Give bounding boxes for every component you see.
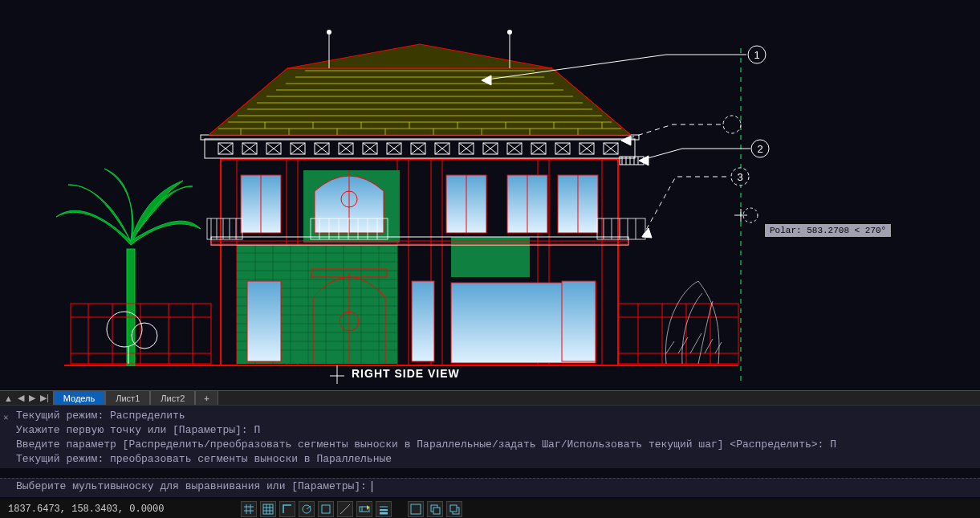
palm-tree [56, 169, 201, 365]
tab-first-icon[interactable]: ▲ [2, 394, 15, 403]
left-fence [71, 304, 211, 364]
status-bar: 1837.6473, 158.3403, 0.0000 [0, 500, 980, 518]
svg-rect-84 [597, 218, 645, 239]
dyn-input-icon[interactable] [356, 501, 372, 517]
svg-marker-185 [621, 136, 631, 145]
view-label: RIGHT SIDE VIEW [352, 367, 460, 380]
svg-rect-214 [411, 504, 421, 514]
svg-rect-59 [211, 241, 628, 244]
svg-rect-200 [263, 504, 273, 514]
drawing-canvas[interactable]: 1 2 3 RIGHT SIDE VIEW Polar: 583.2708 < … [0, 0, 980, 385]
cmdhist-line: Текущий режим: преобразовать сегменты вы… [16, 452, 964, 467]
svg-rect-23 [602, 159, 618, 365]
tab-next-icon[interactable]: ▶ [26, 393, 38, 403]
cmdhist-line: Текущий режим: Распределить [16, 409, 964, 423]
layout-tabs: ▲ ◀ ▶ ▶| Модель Лист1 Лист2 + [0, 390, 980, 405]
svg-rect-50 [451, 237, 530, 277]
cmdhist-line: Введите параметр [Распределить/преобразо… [16, 438, 964, 452]
close-icon[interactable]: ✕ [3, 410, 9, 425]
svg-point-176 [507, 30, 512, 35]
right-shrub [665, 281, 722, 364]
svg-marker-143 [209, 68, 631, 135]
ortho-icon[interactable] [279, 501, 295, 517]
svg-rect-22 [221, 159, 237, 365]
callout-3: 3 [737, 171, 742, 183]
svg-point-174 [327, 30, 331, 35]
svg-rect-216 [433, 508, 440, 514]
svg-rect-57 [562, 281, 596, 361]
svg-marker-144 [287, 44, 552, 68]
tab-nav: ▲ ◀ ▶ ▶| [0, 391, 53, 405]
command-history: ✕ Текущий режим: Распределить Укажите пе… [0, 405, 980, 468]
svg-rect-90 [205, 139, 635, 158]
building [201, 30, 645, 365]
svg-point-186 [723, 116, 741, 133]
osnap-icon[interactable] [318, 501, 334, 517]
callout-1: 1 [754, 49, 759, 61]
cmdhist-line: Укажите первую точку или [Параметры]: П [16, 423, 964, 438]
lineweight-icon[interactable] [376, 501, 392, 517]
tab-sheet1[interactable]: Лист1 [105, 391, 150, 405]
right-fence [618, 304, 738, 364]
tab-prev-icon[interactable]: ◀ [15, 393, 26, 403]
snap-grid-icon[interactable] [241, 501, 257, 517]
otrack-icon[interactable] [337, 501, 353, 517]
svg-line-208 [340, 504, 350, 514]
svg-point-12 [132, 323, 157, 349]
layout-front-icon[interactable] [446, 501, 462, 517]
grid-display-icon[interactable] [260, 501, 276, 517]
callout-2: 2 [757, 143, 762, 155]
polar-tooltip: Polar: 583.2708 < 270° [764, 223, 892, 238]
command-line[interactable]: Выберите мультивыноску для выравнивания … [0, 478, 980, 497]
svg-rect-218 [450, 505, 457, 512]
command-prompt: Выберите мультивыноску для выравнивания … [16, 480, 367, 492]
tab-model[interactable]: Модель [53, 391, 105, 405]
coords-readout: 1837.6473, 158.3403, 0.0000 [8, 504, 164, 515]
svg-rect-56 [412, 281, 434, 361]
tab-last-icon[interactable]: ▶| [38, 393, 51, 403]
tab-sheet2[interactable]: Лист2 [150, 391, 195, 405]
status-tools [241, 500, 462, 518]
tab-add[interactable]: + [195, 391, 218, 405]
svg-rect-55 [247, 281, 281, 361]
polar-icon[interactable] [299, 501, 315, 517]
svg-marker-190 [642, 228, 652, 238]
model-toggle-icon[interactable] [408, 501, 424, 517]
svg-rect-14 [618, 304, 738, 364]
svg-rect-207 [322, 505, 330, 513]
layout-back-icon[interactable] [427, 501, 443, 517]
